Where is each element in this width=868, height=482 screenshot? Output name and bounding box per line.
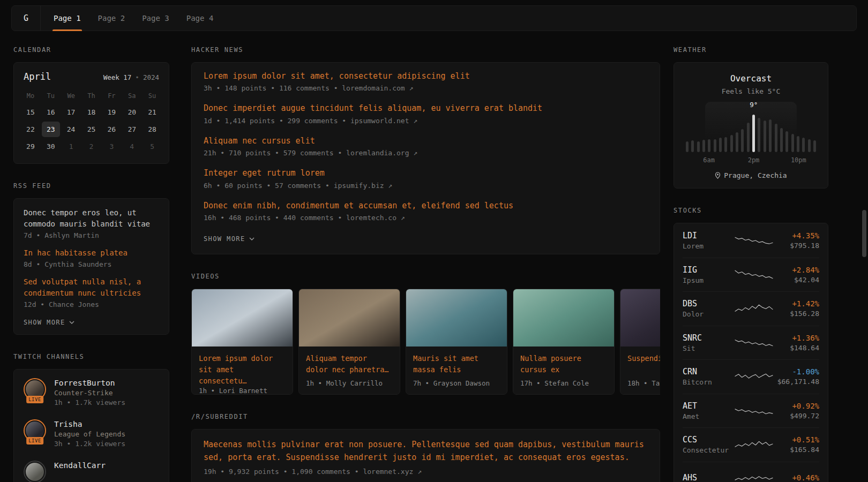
stock-price: $42.04 xyxy=(792,276,819,284)
stock-row[interactable]: CCS Consectetur +0.51% $165.84 xyxy=(683,427,819,462)
weather-location: Prague, Czechia xyxy=(684,171,818,179)
weather-card: Overcast Feels like 5°C 9° 6am 2pm 10pm … xyxy=(674,62,828,189)
stock-row[interactable]: CRN Bitcorn -1.00% $66,171.48 xyxy=(683,359,819,394)
calendar-day-next-month: 2 xyxy=(81,138,102,155)
videos-widget: VIDEOS Lorem ipsum dolor sit amet consec… xyxy=(191,273,660,395)
calendar-day: 22 xyxy=(20,121,41,138)
video-thumbnail[interactable] xyxy=(513,289,614,347)
tab-page-2[interactable]: Page 2 xyxy=(89,6,134,31)
video-card[interactable]: Aliquam tempor dolor nec pharetra… 1h • … xyxy=(298,289,400,395)
tab-page-3[interactable]: Page 3 xyxy=(133,6,178,31)
videos-row: Lorem ipsum dolor sit amet consectetu… 1… xyxy=(191,289,660,395)
subreddit-post[interactable]: Maecenas mollis pulvinar erat non posuer… xyxy=(204,438,648,476)
video-thumbnail[interactable] xyxy=(192,289,293,347)
calendar-separator: • xyxy=(135,73,139,81)
channel-avatar: LIVE xyxy=(24,378,46,401)
video-card[interactable]: Lorem ipsum dolor sit amet consectetu… 1… xyxy=(191,289,293,395)
stock-row[interactable]: LDI Lorem +4.35% $795.18 xyxy=(683,223,819,258)
rss-item-title[interactable]: Sed volutpat nulla nisl, a condimentum n… xyxy=(24,276,159,299)
video-title[interactable]: Suspendisse diam xyxy=(627,353,660,364)
hn-story[interactable]: Integer eget rutrum lorem 6h • 60 points… xyxy=(192,163,660,195)
video-title[interactable]: Nullam posuere cursus ex xyxy=(520,353,607,375)
stock-row[interactable]: AET Amet +0.92% $499.72 xyxy=(683,394,819,428)
video-meta: 1h • Molly Carrillo xyxy=(306,379,393,387)
live-badge: LIVE xyxy=(26,396,43,403)
subreddit-post-title[interactable]: Maecenas mollis pulvinar erat non posuer… xyxy=(204,438,648,464)
calendar-dow: Sa xyxy=(122,88,142,103)
hn-story[interactable]: Lorem ipsum dolor sit amet, consectetur … xyxy=(192,66,660,98)
stock-symbol: AHS xyxy=(683,473,734,482)
stock-symbol: IIG xyxy=(683,265,734,275)
stock-values: +4.35% $795.18 xyxy=(790,231,819,250)
calendar-day: 16 xyxy=(41,104,61,120)
app-logo[interactable]: G xyxy=(12,6,41,31)
video-card[interactable]: Nullam posuere cursus ex 17h • Stefan Co… xyxy=(513,289,615,395)
rss-item-title[interactable]: In hac habitasse platea xyxy=(24,247,159,259)
hn-story-title[interactable]: Aliquam nec cursus elit xyxy=(204,135,648,146)
section-title-videos: VIDEOS xyxy=(191,273,660,280)
twitch-card: LIVE ForrestBurton Counter-Strike 1h • 1… xyxy=(13,369,169,482)
video-thumbnail[interactable] xyxy=(620,289,660,347)
video-title[interactable]: Aliquam tempor dolor nec pharetra… xyxy=(306,353,393,375)
rss-item-title[interactable]: Donec tempor eros leo, ut commodo mauris… xyxy=(24,207,159,230)
show-more-label: SHOW MORE xyxy=(204,235,245,243)
stock-name: Ipsum xyxy=(683,276,734,284)
weather-feels-like: Feels like 5°C xyxy=(684,87,818,95)
channel-name[interactable]: KendallCarr xyxy=(54,461,106,470)
weather-temp-label: 9° xyxy=(750,101,758,109)
stock-row[interactable]: SNRC Sit +1.36% $148.64 xyxy=(683,326,819,360)
calendar-month: April xyxy=(24,71,51,82)
hn-story-title[interactable]: Donec enim nibh, condimentum et accumsan… xyxy=(204,200,648,211)
calendar-day: 29 xyxy=(20,138,41,155)
calendar-day: 30 xyxy=(41,138,61,155)
video-card[interactable]: Suspendisse diam 18h • Tara xyxy=(620,289,660,395)
stock-name: Lorem xyxy=(683,242,734,250)
stock-row[interactable]: IIG Ipsum +2.84% $42.04 xyxy=(683,258,819,292)
channel-category[interactable]: League of Legends xyxy=(54,430,125,438)
stocks-widget: STOCKS LDI Lorem +4.35% $795.18 IIG xyxy=(674,207,828,482)
rss-item[interactable]: In hac habitasse platea 8d • Cynthia Sau… xyxy=(24,247,159,268)
hn-show-more-button[interactable]: SHOW MORE xyxy=(204,235,255,243)
channel-name[interactable]: Trisha xyxy=(54,420,125,428)
twitch-channel[interactable]: LIVE Trisha League of Legends 3h • 1.2k … xyxy=(24,419,159,448)
section-title-stocks: STOCKS xyxy=(674,207,828,214)
calendar-day: 15 xyxy=(20,104,41,120)
stock-price: $499.72 xyxy=(790,412,819,420)
stock-row[interactable]: DBS Dolor +1.42% $156.28 xyxy=(683,291,819,326)
hn-story[interactable]: Donec imperdiet augue tincidunt felis al… xyxy=(192,98,660,130)
rss-card: Donec tempor eros leo, ut commodo mauris… xyxy=(13,198,169,335)
hn-story-title[interactable]: Integer eget rutrum lorem xyxy=(204,168,648,178)
hn-story-title[interactable]: Donec imperdiet augue tincidunt felis al… xyxy=(204,103,648,114)
video-thumbnail[interactable] xyxy=(406,289,507,347)
calendar-week: Week 17 xyxy=(103,73,132,81)
twitch-widget: TWITCH CHANNELS LIVE ForrestBurton Count… xyxy=(13,353,169,482)
section-title-rss: RSS FEED xyxy=(13,182,169,190)
video-thumbnail[interactable] xyxy=(299,289,400,347)
channel-name[interactable]: ForrestBurton xyxy=(54,379,125,387)
hn-story-meta: 3h • 148 points • 116 comments • loremdo… xyxy=(204,84,648,93)
scrollbar[interactable] xyxy=(862,0,866,482)
tab-page-1[interactable]: Page 1 xyxy=(45,6,89,31)
stock-name: Consectetur xyxy=(683,446,734,454)
rss-show-more-button[interactable]: SHOW MORE xyxy=(24,319,74,326)
stock-values: +1.42% $156.28 xyxy=(790,299,819,318)
twitch-channel[interactable]: LIVE ForrestBurton Counter-Strike 1h • 1… xyxy=(24,378,159,406)
twitch-channel[interactable]: KendallCarr xyxy=(24,461,159,482)
stock-symbol: LDI xyxy=(683,231,734,240)
rss-item-meta: 8d • Cynthia Saunders xyxy=(24,260,159,268)
channel-info: Trisha League of Legends 3h • 1.2k viewe… xyxy=(54,419,125,448)
video-title[interactable]: Mauris sit amet massa felis xyxy=(413,353,500,375)
rss-widget: RSS FEED Donec tempor eros leo, ut commo… xyxy=(13,182,169,335)
video-card[interactable]: Mauris sit amet massa felis 7h • Grayson… xyxy=(406,289,507,395)
tab-page-4[interactable]: Page 4 xyxy=(178,6,222,31)
video-title[interactable]: Lorem ipsum dolor sit amet consectetu… xyxy=(199,353,286,387)
hn-story[interactable]: Aliquam nec cursus elit 21h • 710 points… xyxy=(192,131,660,163)
rss-item[interactable]: Sed volutpat nulla nisl, a condimentum n… xyxy=(24,276,159,308)
stock-price: $156.28 xyxy=(790,310,819,318)
scrollbar-thumb[interactable] xyxy=(862,210,866,257)
hn-story[interactable]: Donec enim nibh, condimentum et accumsan… xyxy=(192,195,660,228)
stock-row[interactable]: AHS +0.46% xyxy=(683,462,819,482)
hn-story-title[interactable]: Lorem ipsum dolor sit amet, consectetur … xyxy=(204,71,648,81)
channel-category[interactable]: Counter-Strike xyxy=(54,389,125,397)
rss-item[interactable]: Donec tempor eros leo, ut commodo mauris… xyxy=(24,207,159,239)
